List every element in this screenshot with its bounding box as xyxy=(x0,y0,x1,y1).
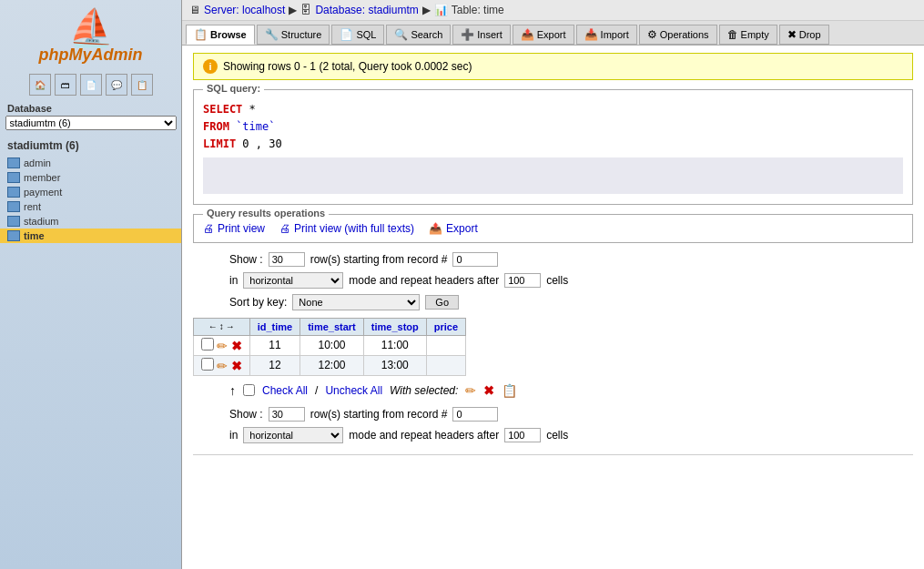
sort-price-link[interactable]: price xyxy=(434,321,458,332)
database-link[interactable]: Database: stadiumtm xyxy=(315,4,418,16)
edit-selected-icon[interactable]: ✏ xyxy=(465,383,476,398)
table-icon xyxy=(7,216,20,227)
mode-label-top: mode and repeat headers after xyxy=(349,274,499,287)
sql-edit-area[interactable] xyxy=(203,157,903,194)
show-label-top: Show : xyxy=(229,253,263,266)
info-box: i Showing rows 0 - 1 (2 total, Query too… xyxy=(193,53,913,80)
separator xyxy=(193,454,913,455)
edit-icon-0[interactable]: ✏ xyxy=(217,339,228,353)
delete-selected-icon[interactable]: ✖ xyxy=(483,383,494,398)
delete-icon-0[interactable]: ✖ xyxy=(231,339,242,353)
row-checkbox-1[interactable] xyxy=(201,358,214,371)
settings-icon[interactable]: 💬 xyxy=(106,74,127,96)
table-icon xyxy=(7,157,20,168)
db-icon[interactable]: 🗃 xyxy=(55,74,76,96)
record-num-input-top[interactable] xyxy=(452,252,498,267)
tab-operations[interactable]: ⚙Operations xyxy=(639,25,717,45)
arrow-left-icon[interactable]: ← xyxy=(208,321,218,331)
show-mode-controls-top: in horizontal mode and repeat headers af… xyxy=(193,272,913,289)
record-num-input-bottom[interactable] xyxy=(452,407,498,422)
structure-tab-icon: 🔧 xyxy=(265,28,279,41)
logo-icon: ⛵ xyxy=(68,9,114,46)
in-label-bottom: in xyxy=(229,429,238,442)
export-icon: 📤 xyxy=(429,222,442,235)
table-row: ✏ ✖ 11 10:00 11:00 xyxy=(194,335,466,355)
check-all-cb[interactable] xyxy=(243,384,255,396)
col-price[interactable]: price xyxy=(426,318,465,335)
show-rows-input-bottom[interactable] xyxy=(269,407,305,422)
logo-text: phpMyAdmin xyxy=(39,46,143,65)
export-link[interactable]: 📤 Export xyxy=(429,222,478,235)
cell-price-0 xyxy=(426,335,465,355)
cell-id-1: 12 xyxy=(249,355,300,375)
headers-input-bottom[interactable] xyxy=(504,428,541,442)
show-mode-controls-bottom: in horizontal mode and repeat headers af… xyxy=(193,427,913,443)
tab-export[interactable]: 📤Export xyxy=(513,25,574,45)
sql-select-rest: * xyxy=(242,103,255,116)
cell-id-0: 11 xyxy=(249,335,300,355)
export-selected-icon[interactable]: 📋 xyxy=(502,383,517,398)
sort-controls: Sort by key: None Go xyxy=(193,294,913,310)
tab-empty[interactable]: 🗑Empty xyxy=(719,25,777,45)
operations-tab-icon: ⚙ xyxy=(647,28,657,41)
print-view-link[interactable]: 🖨 Print view xyxy=(203,222,265,235)
sql-from-table: `time` xyxy=(229,120,276,133)
sql-limit-rest: 0 , 30 xyxy=(236,137,282,150)
tab-search[interactable]: 🔍Search xyxy=(386,25,451,45)
row-record-label-bottom: row(s) starting from record # xyxy=(310,408,448,421)
logo-area: ⛵ phpMyAdmin xyxy=(39,9,143,65)
sort-time-stop-link[interactable]: time_stop xyxy=(371,321,419,332)
arrow-right-icon[interactable]: → xyxy=(226,321,235,331)
tab-insert[interactable]: ➕Insert xyxy=(452,25,511,45)
headers-input-top[interactable] xyxy=(504,273,541,288)
delete-icon-1[interactable]: ✖ xyxy=(231,359,242,373)
help-icon[interactable]: 📋 xyxy=(131,74,153,96)
check-all-link[interactable]: Check All xyxy=(262,384,308,397)
server-link[interactable]: Server: localhost xyxy=(204,4,285,16)
uncheck-all-link[interactable]: Uncheck All xyxy=(325,384,382,397)
tab-import[interactable]: 📥Import xyxy=(576,25,637,45)
sort-time-start-link[interactable]: time_start xyxy=(308,321,356,332)
sidebar-table-time[interactable]: time xyxy=(0,229,181,243)
sidebar-table-stadium[interactable]: stadium xyxy=(0,214,181,229)
drop-tab-label: Drop xyxy=(799,29,821,40)
with-selected-label: With selected: xyxy=(390,384,458,397)
sidebar-table-payment[interactable]: payment xyxy=(0,185,181,199)
tab-sql[interactable]: 📄SQL xyxy=(331,25,384,45)
cells-label-top: cells xyxy=(546,274,568,287)
tab-browse[interactable]: 📋Browse xyxy=(186,25,255,45)
empty-tab-label: Empty xyxy=(741,29,769,40)
sidebar-table-rent[interactable]: rent xyxy=(0,199,181,214)
tab-structure[interactable]: 🔧Structure xyxy=(257,25,330,45)
print-view-full-link[interactable]: 🖨 Print view (with full texts) xyxy=(279,222,414,235)
sort-select[interactable]: None xyxy=(292,294,420,310)
col-id-time[interactable]: id_time xyxy=(249,318,300,335)
row-actions-1: ✏ ✖ xyxy=(194,355,250,375)
row-checkbox-0[interactable] xyxy=(201,338,214,351)
sidebar-icons: 🏠 🗃 📄 💬 📋 xyxy=(29,74,153,96)
server-icon: 🖥 xyxy=(189,4,200,16)
search-tab-label: Search xyxy=(411,29,442,40)
mode-select-bottom[interactable]: horizontal xyxy=(243,427,343,443)
tab-drop[interactable]: ✖Drop xyxy=(779,25,829,45)
mode-select-top[interactable]: horizontal xyxy=(243,272,343,289)
check-all-sep: / xyxy=(315,384,318,397)
sort-label: Sort by key: xyxy=(229,296,287,309)
sql-icon[interactable]: 📄 xyxy=(80,74,102,96)
home-icon[interactable]: 🏠 xyxy=(29,74,51,96)
show-rows-input-top[interactable] xyxy=(269,252,305,267)
row-record-label-top: row(s) starting from record # xyxy=(310,253,448,266)
edit-icon-1[interactable]: ✏ xyxy=(217,359,228,373)
db-select[interactable]: stadiumtm (6) xyxy=(5,116,177,130)
col-time-stop[interactable]: time_stop xyxy=(363,318,426,335)
go-button[interactable]: Go xyxy=(425,295,459,310)
mode-label-bottom: mode and repeat headers after xyxy=(349,429,499,442)
export-tab-icon: 📤 xyxy=(521,28,534,41)
sidebar-table-member[interactable]: member xyxy=(0,170,181,185)
browse-tab-label: Browse xyxy=(210,29,247,40)
col-time-start[interactable]: time_start xyxy=(300,318,364,335)
export-tab-label: Export xyxy=(537,29,566,40)
sort-id-time-link[interactable]: id_time xyxy=(258,321,293,332)
cells-label-bottom: cells xyxy=(546,429,568,442)
sidebar-table-admin[interactable]: admin xyxy=(0,156,181,170)
